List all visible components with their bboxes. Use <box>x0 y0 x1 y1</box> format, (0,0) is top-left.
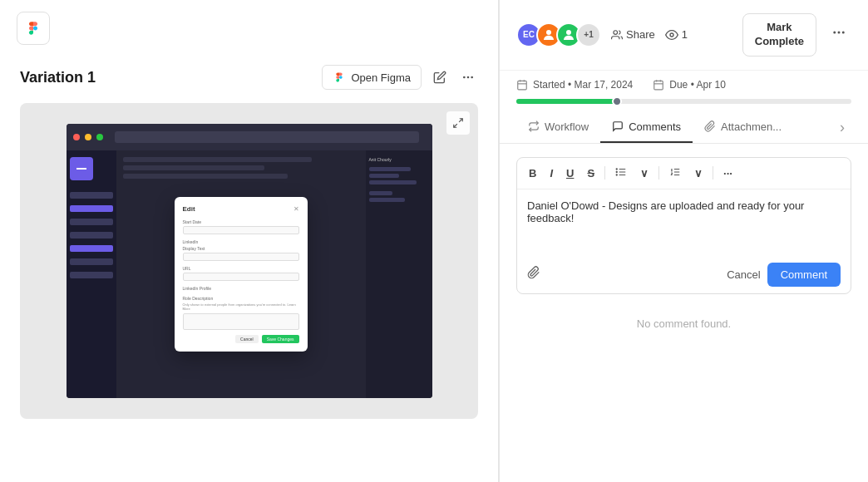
editor-toolbar: B I U S ∨ ∨ ··· <box>517 158 851 189</box>
svg-point-11 <box>842 32 845 34</box>
edit-button[interactable] <box>430 67 450 87</box>
comments-area: B I U S ∨ ∨ ··· Daniel O'Dowd - Designs … <box>500 144 868 482</box>
cancel-button[interactable]: Cancel <box>727 268 760 281</box>
progress-track <box>516 99 851 104</box>
bullet-list-button[interactable] <box>612 165 630 182</box>
progress-bar-container <box>500 99 868 112</box>
tab-attachments[interactable]: Attachmen... <box>693 112 793 143</box>
start-date: Started • Mar 17, 2024 <box>516 79 633 91</box>
bullet-list-chevron[interactable]: ∨ <box>637 165 652 181</box>
figma-preview: Edit ✕ Start Date LinkedIn Display Text <box>67 124 432 398</box>
card-title: Variation 1 <box>20 69 96 86</box>
svg-line-4 <box>454 124 457 127</box>
right-header: EC +1 Share 1 MarkComplete <box>500 0 868 71</box>
figma-logo <box>17 12 50 45</box>
svg-point-10 <box>838 32 841 34</box>
avatars-group: EC +1 <box>516 22 601 47</box>
card-more-button[interactable] <box>458 67 478 87</box>
tab-workflow[interactable]: Workflow <box>516 112 600 143</box>
left-panel: Variation 1 Open Figma <box>0 0 499 482</box>
strikethrough-button[interactable]: S <box>584 165 598 181</box>
right-panel: EC +1 Share 1 MarkComplete Started • M <box>500 0 868 482</box>
open-figma-button[interactable]: Open Figma <box>322 65 422 90</box>
svg-point-0 <box>463 76 466 79</box>
editor-footer: Cancel Comment <box>517 256 851 293</box>
editor-actions: Cancel Comment <box>727 263 841 287</box>
tabs-row: Workflow Comments Attachmen... › <box>500 112 868 144</box>
no-comment-label: No comment found. <box>516 304 851 343</box>
top-bar <box>0 0 498 57</box>
svg-point-25 <box>616 175 617 175</box>
dates-row: Started • Mar 17, 2024 Due • Apr 10 <box>500 71 868 99</box>
comment-button[interactable]: Comment <box>767 263 841 287</box>
tab-attachments-label: Attachmen... <box>721 120 782 133</box>
card-header: Variation 1 Open Figma <box>20 65 478 90</box>
open-figma-label: Open Figma <box>351 71 411 84</box>
progress-fill <box>516 99 617 104</box>
svg-point-2 <box>471 76 473 79</box>
progress-dot <box>612 96 622 106</box>
tab-comments-label: Comments <box>629 120 681 133</box>
tabs-more-button[interactable]: › <box>833 112 851 143</box>
more-formatting-button[interactable]: ··· <box>720 165 736 181</box>
toolbar-separator-1 <box>604 166 605 180</box>
expand-button[interactable] <box>446 111 470 135</box>
svg-rect-12 <box>518 81 527 90</box>
svg-point-23 <box>616 169 617 170</box>
svg-point-6 <box>566 30 571 35</box>
left-content: Variation 1 Open Figma <box>0 57 498 482</box>
due-label: Due • Apr 10 <box>669 79 726 91</box>
svg-point-5 <box>546 30 551 35</box>
svg-rect-16 <box>654 81 663 90</box>
tab-workflow-label: Workflow <box>545 120 589 133</box>
share-button[interactable]: Share <box>611 28 655 41</box>
ordered-list-button[interactable] <box>666 165 684 182</box>
view-count: 1 <box>665 28 688 42</box>
bold-button[interactable]: B <box>525 165 540 181</box>
avatar-count: +1 <box>576 22 601 47</box>
editor-content[interactable]: Daniel O'Dowd - Designs are uploaded and… <box>517 189 851 256</box>
toolbar-separator-3 <box>713 166 713 180</box>
svg-point-7 <box>614 31 618 35</box>
tab-comments[interactable]: Comments <box>600 112 693 143</box>
italic-button[interactable]: I <box>546 165 556 181</box>
due-date: Due • Apr 10 <box>653 79 726 91</box>
card-actions: Open Figma <box>322 65 478 90</box>
attach-button[interactable] <box>527 266 540 283</box>
started-label: Started • Mar 17, 2024 <box>533 79 633 91</box>
svg-point-24 <box>616 171 617 172</box>
view-number: 1 <box>682 28 688 41</box>
svg-point-9 <box>833 32 836 34</box>
mark-complete-button[interactable]: MarkComplete <box>742 13 816 57</box>
mockup-modal: Edit ✕ Start Date LinkedIn Display Text <box>175 197 308 352</box>
share-label: Share <box>626 28 655 41</box>
svg-line-3 <box>459 119 462 122</box>
toolbar-separator-2 <box>658 166 659 180</box>
preview-container: Edit ✕ Start Date LinkedIn Display Text <box>20 103 478 419</box>
svg-point-8 <box>670 33 673 37</box>
ordered-list-chevron[interactable]: ∨ <box>691 165 706 181</box>
svg-point-1 <box>467 76 470 79</box>
underline-button[interactable]: U <box>563 165 577 181</box>
header-more-button[interactable] <box>826 22 851 47</box>
comment-editor: B I U S ∨ ∨ ··· Daniel O'Dowd - Designs … <box>516 157 851 294</box>
